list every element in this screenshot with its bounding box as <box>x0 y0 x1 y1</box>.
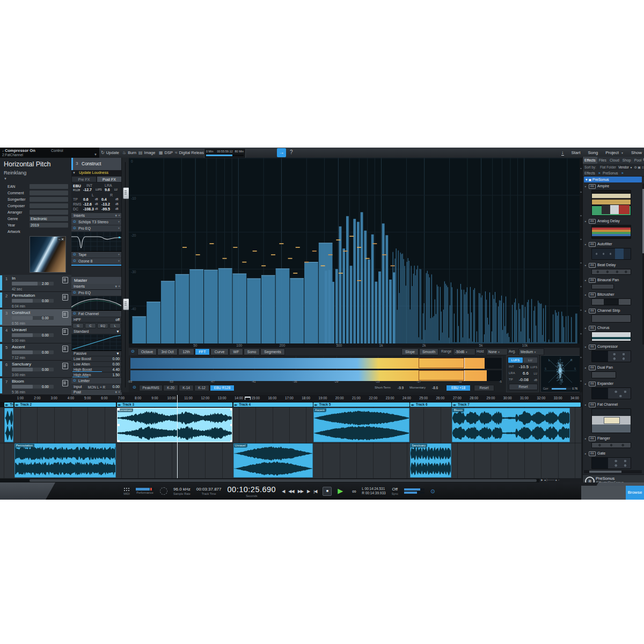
effect-item-chorus[interactable]: ▸FXChorus <box>584 325 642 331</box>
sort-flat-folder[interactable]: Flat Folder <box>600 165 616 169</box>
stop-button[interactable]: ■ <box>323 487 332 496</box>
project-track-row[interactable]: 3Construct0.006:56 min <box>0 309 71 326</box>
param-slider[interactable] <box>72 371 102 372</box>
update-loudness-label[interactable]: Update Loudness <box>79 171 108 174</box>
power-icon[interactable]: ⊙ <box>131 349 135 354</box>
insert-tape[interactable]: ⊙Tape▼ <box>71 252 122 258</box>
export-file-icon[interactable] <box>62 311 68 318</box>
chip-resize-handles[interactable]: ◀▶ <box>314 404 318 406</box>
smooth-button[interactable]: Smooth <box>419 348 438 355</box>
toolbar-button-burn[interactable]: ♨Burn <box>122 149 136 156</box>
toolbar-button-image[interactable]: ▤Image <box>138 149 155 156</box>
effect-thumbnail-ampire[interactable] <box>591 190 631 216</box>
track-chip-track-3[interactable]: ◀▶ Track 3 <box>117 402 233 407</box>
clip-handle[interactable] <box>230 440 232 442</box>
section-button-c[interactable]: C <box>85 323 96 328</box>
power-icon[interactable]: ⊙ <box>73 311 76 316</box>
transfer-arrow-button[interactable]: → <box>277 148 286 157</box>
expand-arrow-icon[interactable]: ▸ <box>585 345 587 348</box>
chevron-down-icon[interactable]: ▼ <box>621 151 624 155</box>
breadcrumb-effects[interactable]: Effects <box>584 171 595 175</box>
chevron-down-icon[interactable]: ▼ <box>118 259 120 262</box>
export-file-icon[interactable] <box>62 294 68 301</box>
master-inserts-header[interactable]: Inserts▾ + <box>71 284 122 290</box>
effect-item-expander[interactable]: ▸FXExpander <box>584 381 642 387</box>
expand-arrow-icon[interactable]: ▸ <box>585 309 587 312</box>
reset-button[interactable]: Reset <box>509 384 538 390</box>
meter-mode-ebu-r128[interactable]: EBU R128 <box>210 385 235 391</box>
browser-tab-shop[interactable]: Shop <box>621 157 633 164</box>
toolbar-button-start[interactable]: Start <box>572 150 581 155</box>
loop-range-marker[interactable] <box>245 397 251 400</box>
artwork-window-controls[interactable]: – ✕ <box>57 237 65 241</box>
effect-thumbnail-dual-pan[interactable] <box>591 371 616 378</box>
section-button-eq[interactable]: EQ <box>97 323 108 328</box>
browser-h-scrollbar[interactable] <box>584 470 642 473</box>
master-fader[interactable] <box>123 298 129 310</box>
wrench-icon[interactable]: ⚙ <box>634 165 637 169</box>
sort-vendor-dropdown[interactable]: Vendor ▼ <box>618 165 632 169</box>
effect-thumbnail-compressor[interactable] <box>591 350 631 362</box>
toolbar-button-song[interactable]: Song <box>588 150 598 155</box>
chip-resize-handles[interactable]: ◀▶ <box>118 404 121 406</box>
eq-model-dropdown[interactable]: Passive▼ <box>71 351 122 356</box>
effect-item-analog-delay[interactable]: ▸FXAnalog Delay <box>584 218 642 224</box>
clip-construct[interactable]: Construct <box>117 408 233 442</box>
slope-button[interactable]: Slope <box>401 348 419 355</box>
browser-tab-files[interactable]: Files <box>597 157 608 164</box>
power-icon[interactable]: ⊙ <box>73 378 76 383</box>
list-view-icon[interactable]: ≡ <box>642 165 644 169</box>
compressor-curve-display[interactable] <box>71 334 122 351</box>
expand-arrow-icon[interactable]: ▸ <box>585 185 587 188</box>
section-button-g[interactable]: G <box>72 323 84 328</box>
meta-field-songwriter[interactable] <box>30 197 68 202</box>
limiter-header[interactable]: ⊙Limiter <box>71 378 122 384</box>
tab-lufs[interactable]: LUFS <box>508 357 523 363</box>
help-button[interactable]: ? <box>290 149 293 155</box>
effect-item-dual-pan[interactable]: ▸FXDual Pan <box>584 365 642 371</box>
clip-handle[interactable] <box>118 408 120 411</box>
track-chip-track-6[interactable]: ◀▶ Track 6 <box>410 402 451 407</box>
browser-tab-pool[interactable]: Pool <box>633 157 643 164</box>
project-track-row[interactable]: 5Ascent0.007:12 min <box>0 343 71 361</box>
clip-bloom[interactable]: Bloom <box>452 408 569 442</box>
inserts-add-icon[interactable]: ▾ + <box>115 284 120 289</box>
clip-handle[interactable] <box>118 424 120 426</box>
master-header[interactable]: Master <box>71 277 122 284</box>
track-chip-track-1[interactable]: ◀▶ Track 1 <box>4 402 14 407</box>
expand-arrow-icon[interactable]: ▾ <box>586 178 588 181</box>
clip-handle[interactable] <box>230 408 232 411</box>
mode-button-fft[interactable]: FFT <box>195 348 210 355</box>
mode-button-12th[interactable]: 12th <box>178 348 194 355</box>
folder-row-presonus[interactable]: ▾ ▣ PreSonus <box>584 177 642 182</box>
avg-dropdown[interactable]: Medium ▼ <box>518 348 544 355</box>
expand-arrow-icon[interactable]: ▸ <box>585 293 587 296</box>
effect-thumbnail-autofilter[interactable] <box>591 248 631 260</box>
power-icon[interactable]: ⊙ <box>73 252 76 257</box>
effect-thumbnail-flanger[interactable] <box>591 442 631 448</box>
meter-mode-k-20[interactable]: K-20 <box>163 385 178 391</box>
export-file-icon[interactable] <box>62 346 68 352</box>
effect-item-binaural-pan[interactable]: ▸FXBinaural Pan <box>584 277 642 283</box>
expand-arrow-icon[interactable]: ▸ <box>585 219 587 223</box>
collapse-caret-icon[interactable]: ▼ <box>4 177 7 180</box>
spectrum-analyzer[interactable]: 0-10-20-30-40 <box>129 158 581 343</box>
meta-field-ean[interactable] <box>30 184 68 189</box>
effect-item-compressor[interactable]: ▸FXCompressor <box>584 344 642 350</box>
effect-item-flanger[interactable]: ▸FXFlanger <box>584 436 642 442</box>
loop-icon[interactable]: ∞ <box>352 488 356 494</box>
control-label[interactable]: Control <box>51 149 63 152</box>
effect-item-beat-delay[interactable]: ▸FXBeat Delay <box>584 262 642 268</box>
clip-sanctuary[interactable]: Sanctuary <box>410 443 451 478</box>
meter-mode-k-12[interactable]: K-12 <box>194 385 209 391</box>
pro-eq-display[interactable] <box>71 232 122 252</box>
style-dropdown[interactable]: Standard▼ <box>71 329 122 334</box>
download-icon[interactable]: ↓ <box>561 150 564 156</box>
meta-field-genre[interactable]: Electronic <box>30 216 68 221</box>
param-high-atten[interactable]: High Atten1.50 <box>71 372 122 378</box>
master-eq-display[interactable] <box>71 296 122 311</box>
insert-sch-ps-t3-stereo[interactable]: ⊙Schöps T3 Stereo▼ <box>71 219 122 225</box>
playhead[interactable] <box>177 395 178 478</box>
prev-marker-button[interactable]: ◀ <box>282 489 284 494</box>
browse-button[interactable]: Browse <box>626 486 644 500</box>
